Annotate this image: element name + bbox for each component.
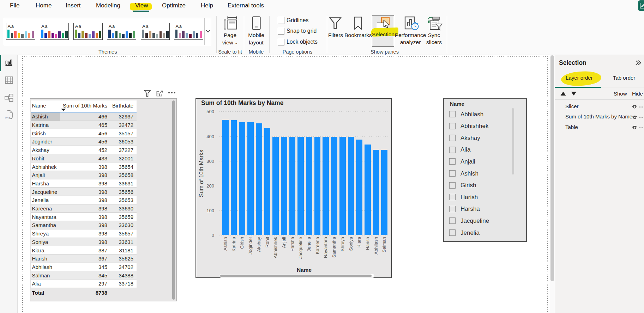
svg-text:DAX: DAX [5,116,10,119]
